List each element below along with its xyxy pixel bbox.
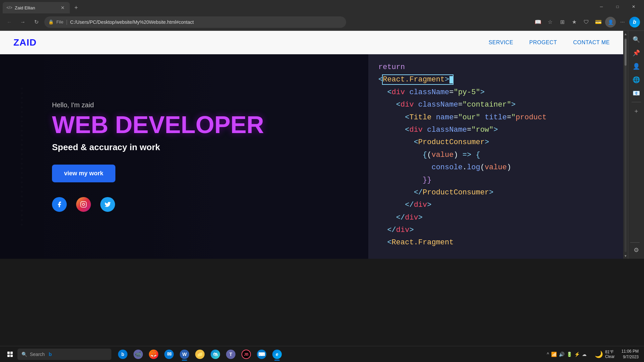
- scroll-thumb[interactable]: [625, 39, 627, 66]
- sidebar-profile-icon[interactable]: 👤: [630, 60, 642, 72]
- taskbar-meet-app[interactable]: 📹: [131, 347, 146, 362]
- clock-time: 11:06 PM: [622, 349, 639, 354]
- nav-link-service[interactable]: SERVICE: [489, 40, 513, 46]
- vscode-app-icon: ⌨: [257, 350, 266, 359]
- website-container: ZAID SERVICE PROGECT CONTACT ME: [0, 31, 623, 259]
- sidebar-browser-icon[interactable]: 🌐: [630, 74, 642, 86]
- nav-link-contact[interactable]: CONTACT ME: [573, 40, 610, 46]
- tab-bar: </> Zaid Ellian ✕ + ─ □ ✕: [0, 0, 644, 13]
- tab-title: Zaid Ellian: [15, 5, 57, 10]
- taskbar-edge-app[interactable]: e: [270, 347, 284, 362]
- clock[interactable]: 11:06 PM 9/7/2023: [620, 349, 640, 360]
- taskbar-search-label: Search: [30, 352, 45, 357]
- refresh-button[interactable]: ↻: [31, 17, 42, 27]
- scroll-up-arrow[interactable]: ▲: [623, 31, 628, 37]
- firefox-app-icon: 🦊: [149, 350, 158, 359]
- more-menu-button[interactable]: ···: [617, 17, 628, 27]
- new-tab-button[interactable]: +: [71, 3, 81, 13]
- bluetooth-icon[interactable]: ⚡: [574, 352, 580, 357]
- nav-link-project[interactable]: PROGECT: [529, 40, 557, 46]
- sidebar-favorites-icon[interactable]: 📌: [630, 47, 642, 59]
- minimize-button[interactable]: ─: [594, 1, 609, 12]
- meet-app-icon: 📹: [133, 350, 143, 359]
- taskbar: 🔍 Search b b 📹 🦊 ✉ W 📁 🛍: [0, 346, 644, 362]
- taskbar-word-app[interactable]: W: [177, 347, 192, 362]
- taskbar-apps: b 📹 🦊 ✉ W 📁 🛍 T JB: [115, 347, 284, 362]
- back-button[interactable]: ←: [4, 17, 15, 27]
- instagram-icon[interactable]: [76, 197, 91, 212]
- edge-copilot-button[interactable]: b: [629, 17, 640, 27]
- sidebar-bottom-divider: [630, 242, 640, 243]
- browser-chrome: </> Zaid Ellian ✕ + ─ □ ✕ ← → ↻ 🔒 File |…: [0, 0, 644, 31]
- taskbar-jetbrains-app[interactable]: JB: [239, 347, 254, 362]
- taskbar-right: ^ 📶 🔊 🔋 ⚡ ☁ 🌙 81°F Clear 11:06 PM 9/7/20…: [544, 349, 640, 360]
- facebook-icon[interactable]: [52, 197, 67, 212]
- scrollbar[interactable]: ▲ ▼: [623, 31, 628, 259]
- sidebar-search-icon[interactable]: 🔍: [630, 34, 642, 46]
- weather-icon: 🌙: [595, 350, 603, 358]
- start-square-1: [7, 352, 10, 354]
- hero-greeting: Hello, I'm zaid: [52, 101, 264, 109]
- mail-app-icon: ✉: [164, 350, 174, 359]
- social-icons: [52, 197, 264, 212]
- sound-icon[interactable]: 🔊: [559, 352, 565, 357]
- cta-button[interactable]: view my work: [52, 165, 115, 182]
- collections-icon[interactable]: ★: [569, 17, 580, 27]
- tab-close-button[interactable]: ✕: [60, 5, 66, 11]
- close-button[interactable]: ✕: [626, 1, 641, 12]
- sidebar-add-icon[interactable]: ＋: [630, 105, 642, 117]
- start-button[interactable]: [4, 348, 16, 360]
- wallet-icon[interactable]: 💳: [593, 17, 604, 27]
- sidebar-divider: [632, 102, 641, 102]
- taskbar-search-box[interactable]: 🔍 Search b: [17, 349, 111, 360]
- taskbar-explorer-app[interactable]: 📁: [193, 347, 207, 362]
- cloud-icon[interactable]: ☁: [582, 352, 587, 357]
- profile-button[interactable]: 👤: [605, 17, 616, 27]
- start-square-3: [7, 355, 10, 357]
- taskbar-mail-app[interactable]: ✉: [162, 347, 176, 362]
- window-controls: ─ □ ✕: [594, 1, 641, 12]
- network-icon[interactable]: 📶: [551, 352, 557, 357]
- taskbar-teams-app[interactable]: T: [223, 347, 238, 362]
- weather-temp: 81°F: [605, 350, 615, 354]
- weather-info: 81°F Clear: [605, 350, 615, 359]
- taskbar-firefox-app[interactable]: 🦊: [146, 347, 161, 362]
- sidebar-settings-icon[interactable]: ⚙: [630, 244, 642, 256]
- bing-logo: b: [49, 351, 52, 357]
- browser-essentials-icon[interactable]: 🛡: [581, 17, 592, 27]
- scroll-down-arrow[interactable]: ▼: [623, 253, 628, 259]
- scroll-track: [625, 38, 627, 252]
- favorites-icon[interactable]: ☆: [545, 17, 555, 27]
- teams-app-icon: T: [226, 350, 235, 359]
- word-app-icon: W: [180, 350, 189, 359]
- tab-favicon: </>: [7, 5, 12, 10]
- address-separator: |: [66, 19, 67, 25]
- weather-widget[interactable]: 🌙 81°F Clear: [592, 350, 618, 359]
- store-app-icon: 🛍: [211, 350, 220, 359]
- taskbar-bing-app[interactable]: b: [115, 347, 130, 362]
- tray-chevron-icon[interactable]: ^: [547, 352, 549, 357]
- twitter-icon[interactable]: [100, 197, 115, 212]
- reader-icon[interactable]: 📖: [533, 17, 543, 27]
- windows-logo-icon: [7, 352, 13, 357]
- maximize-button[interactable]: □: [610, 1, 625, 12]
- active-tab[interactable]: </> Zaid Ellian ✕: [3, 2, 70, 13]
- taskbar-vscode-app[interactable]: ⌨: [254, 347, 269, 362]
- jetbrains-app-icon: JB: [241, 350, 251, 359]
- system-tray: ^ 📶 🔊 🔋 ⚡ ☁: [544, 352, 589, 357]
- sidebar-outlook-icon[interactable]: 📧: [630, 87, 642, 99]
- forward-button[interactable]: →: [17, 17, 28, 27]
- nav-links: SERVICE PROGECT CONTACT ME: [489, 40, 610, 46]
- file-label: File: [56, 19, 63, 24]
- split-screen-icon[interactable]: ⊞: [557, 17, 568, 27]
- toolbar-icons: 📖 ☆ ⊞ ★ 🛡 💳 👤 ··· b: [533, 17, 640, 27]
- taskbar-store-app[interactable]: 🛍: [208, 347, 223, 362]
- right-sidebar: 🔍 📌 👤 🌐 📧 ＋ ⚙: [628, 31, 644, 259]
- battery-icon[interactable]: 🔋: [567, 352, 572, 357]
- site-logo: ZAID: [13, 37, 37, 48]
- hero-subtitle: Speed & accuracy in work: [52, 142, 264, 153]
- code-background: return <React.Fragment> <div className="…: [368, 54, 623, 259]
- address-bar[interactable]: 🔒 File | C:/Users/PC/Desktop/website/My%…: [44, 16, 346, 28]
- hero-content: Hello, I'm zaid WEB DEVELOPER Speed & ac…: [52, 101, 264, 212]
- edge-app-icon: e: [272, 350, 282, 359]
